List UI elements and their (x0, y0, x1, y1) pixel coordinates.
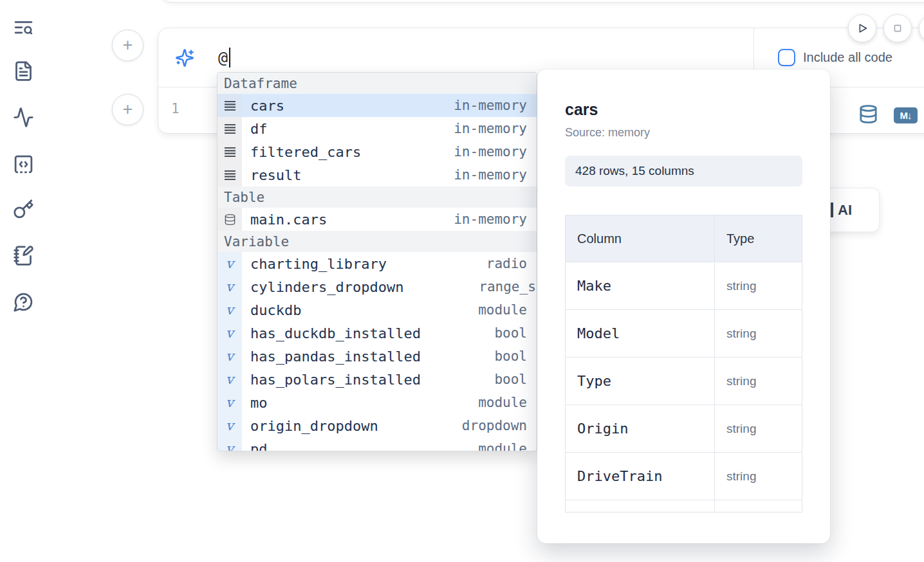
variable-icon: v (217, 322, 242, 345)
autocomplete-item-cylinders-dropdown[interactable]: v cylinders_dropdown range_slider (217, 275, 537, 298)
dataframe-rows-icon (217, 94, 242, 117)
markdown-icon[interactable]: M↓ (894, 107, 918, 123)
item-type: bool (494, 325, 527, 341)
autocomplete-item-result[interactable]: result in-memory (217, 163, 537, 186)
popover-title: cars (565, 100, 802, 119)
table-row: Model string (566, 309, 802, 357)
table-of-contents-search-icon[interactable] (12, 15, 35, 39)
column-name (566, 500, 715, 512)
add-cell-above-button[interactable]: + (112, 30, 143, 61)
variable-icon: v (217, 252, 242, 275)
item-name: filtered_cars (250, 144, 361, 160)
column-name: DriveTrain (566, 453, 715, 500)
item-name: cylinders_dropdown (250, 279, 403, 295)
stop-cell-button[interactable] (883, 14, 912, 42)
autocomplete-item-origin-dropdown[interactable]: v origin_dropdown dropdown (217, 414, 537, 437)
scratchpad-notebook-icon[interactable] (12, 244, 35, 267)
dataframe-rows-icon (217, 117, 242, 140)
variable-icon: v (217, 391, 242, 414)
column-type: string (715, 422, 756, 436)
item-type: bool (494, 372, 527, 387)
item-type: in-memory (454, 144, 527, 159)
item-name: origin_dropdown (250, 418, 378, 434)
autocomplete-item-cars[interactable]: cars in-memory (217, 94, 537, 117)
column-name: Origin (566, 405, 715, 452)
text-caret (229, 48, 230, 68)
item-name: has_pandas_installed (250, 349, 421, 365)
include-all-code-checkbox[interactable] (778, 49, 795, 66)
column-name: Make (566, 262, 715, 309)
run-cell-button[interactable] (848, 14, 876, 42)
item-name: mo (250, 395, 268, 411)
item-name: df (250, 121, 268, 137)
snippets-code-icon[interactable] (12, 152, 35, 176)
item-type: in-memory (454, 167, 527, 183)
table-row-partial (566, 500, 802, 512)
item-type: bool (494, 349, 527, 364)
item-name: has_polars_installed (250, 372, 421, 388)
autocomplete-item-main-cars[interactable]: main.cars in-memory (217, 208, 537, 231)
autocomplete-item-has-duckdb-installed[interactable]: v has_duckdb_installed bool (217, 322, 537, 345)
variable-icon: v (217, 437, 242, 451)
datasource-icon[interactable] (858, 104, 878, 127)
column-name: Model (566, 310, 715, 357)
ai-chip-label: AI (838, 202, 852, 219)
item-type: module (478, 441, 527, 451)
add-cell-below-button[interactable]: + (112, 94, 143, 125)
item-type: radio (486, 256, 527, 271)
key-secrets-icon[interactable] (12, 197, 35, 221)
item-type: dropdown (462, 418, 527, 433)
include-all-code-label: Include all code (803, 50, 892, 65)
item-name: duckdb (250, 302, 301, 318)
autocomplete-item-mo[interactable]: v mo module (217, 391, 537, 414)
variable-icon: v (217, 368, 242, 391)
variable-icon: v (217, 414, 242, 437)
item-name: charting_library (250, 256, 387, 272)
table-row: DriveTrain string (566, 452, 802, 500)
autocomplete-item-df[interactable]: df in-memory (217, 117, 537, 140)
autocomplete-dropdown: Dataframe cars in-memory df in-memory fi… (217, 72, 537, 451)
table-row: Origin string (566, 404, 802, 452)
autocomplete-item-has-polars-installed[interactable]: v has_polars_installed bool (217, 368, 537, 391)
variable-icon: v (217, 275, 242, 298)
dataframe-rows-icon (217, 140, 242, 163)
item-type: in-memory (454, 98, 527, 113)
popover-source: Source: memory (565, 126, 802, 140)
autocomplete-item-pd[interactable]: v pd module (217, 437, 537, 451)
column-name: Type (566, 358, 715, 404)
ai-sparkles-icon (175, 48, 194, 68)
variable-icon: v (217, 345, 242, 368)
ai-prompt-input[interactable]: @ (218, 48, 228, 67)
autocomplete-item-filtered-cars[interactable]: filtered_cars in-memory (217, 140, 537, 163)
item-type: module (478, 302, 527, 318)
column-type: string (715, 327, 756, 341)
item-name: pd (250, 441, 268, 452)
section-header-variable: Variable (217, 231, 537, 252)
type-header: Type (715, 231, 754, 246)
item-name: main.cars (250, 212, 327, 228)
item-type: in-memory (454, 121, 527, 136)
variable-icon: v (217, 298, 242, 322)
file-explorer-icon[interactable] (12, 59, 35, 82)
item-type: module (478, 395, 527, 410)
section-header-table: Table (217, 186, 537, 208)
autocomplete-item-charting-library[interactable]: v charting_library radio (217, 252, 537, 275)
activity-icon[interactable] (12, 105, 35, 129)
autocomplete-item-duckdb[interactable]: v duckdb module (217, 298, 537, 322)
autocomplete-item-has-pandas-installed[interactable]: v has_pandas_installed bool (217, 345, 537, 368)
column-type: string (715, 374, 756, 388)
item-type: range_slider (479, 279, 537, 295)
table-row: Make string (566, 262, 802, 309)
column-header: Column (566, 215, 715, 262)
shape-badge: 428 rows, 15 columns (565, 156, 802, 186)
column-type: string (715, 469, 756, 484)
schema-table: Column Type Make string Model string Typ… (565, 215, 802, 512)
table-row: Type string (566, 357, 802, 404)
help-chat-icon[interactable] (12, 290, 35, 313)
schema-table-header: Column Type (566, 215, 802, 262)
column-type: string (715, 279, 756, 293)
item-name: result (250, 167, 301, 183)
line-number: 1 (171, 101, 180, 116)
item-type: in-memory (454, 212, 527, 227)
cell-output-toolbar: M↓ (858, 104, 918, 127)
